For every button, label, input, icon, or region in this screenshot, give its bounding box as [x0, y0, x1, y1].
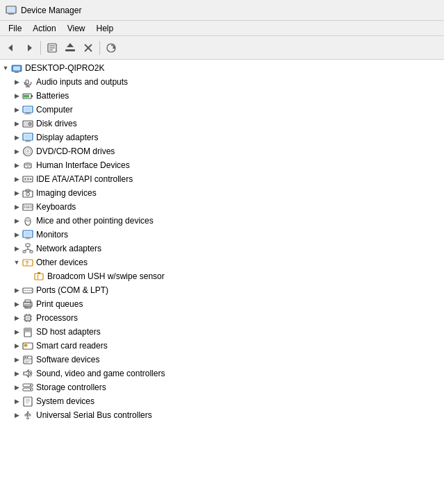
display-label: Display adapters	[36, 133, 98, 142]
ide-toggle[interactable]: ▶	[11, 172, 22, 186]
hid-label: Human Interface Devices	[36, 160, 130, 170]
svg-rect-27	[24, 114, 31, 115]
menu-action[interactable]: Action	[27, 22, 61, 35]
sound-icon	[22, 368, 33, 379]
tree-item-dvd[interactable]: ▶ DVD/CD-ROM drives	[0, 144, 444, 158]
sd-icon	[22, 326, 33, 337]
svg-rect-22	[24, 95, 29, 98]
svg-point-50	[27, 194, 28, 195]
computer-toggle[interactable]: ▶	[11, 103, 22, 117]
smartcard-icon	[22, 340, 33, 351]
tree-item-print[interactable]: ▶ Print queues	[0, 297, 444, 311]
mice-icon	[22, 215, 33, 226]
svg-line-70	[24, 249, 28, 251]
software-label: Software devices	[36, 355, 99, 364]
tree-item-broadcom[interactable]: ▶ ! Broadcom USH w/swipe sensor	[0, 269, 444, 283]
tree-item-system[interactable]: ▶ System devices	[0, 394, 444, 408]
scan-hardware-button[interactable]	[103, 40, 120, 56]
processors-toggle[interactable]: ▶	[11, 311, 22, 325]
svg-rect-18	[26, 80, 28, 84]
menu-bar: File Action View Help	[0, 21, 444, 36]
keyboards-label: Keyboards	[36, 202, 76, 212]
svg-rect-25	[24, 108, 32, 112]
svg-point-61	[25, 218, 31, 221]
imaging-toggle[interactable]: ▶	[11, 186, 22, 200]
batteries-toggle[interactable]: ▶	[11, 89, 22, 103]
mice-label: Mice and other pointing devices	[36, 216, 154, 226]
tree-item-keyboards[interactable]: ▶ Keyboards	[0, 200, 444, 214]
hid-toggle[interactable]: ▶	[11, 158, 22, 172]
svg-point-38	[27, 151, 29, 153]
mice-toggle[interactable]: ▶	[11, 214, 22, 228]
tree-item-imaging[interactable]: ▶ Imaging devices	[0, 186, 444, 200]
root-toggle[interactable]: ▼	[0, 61, 11, 75]
software-toggle[interactable]: ▶	[11, 353, 22, 367]
tree-item-display[interactable]: ▶ Display adapters	[0, 131, 444, 144]
keyboards-toggle[interactable]: ▶	[11, 200, 22, 214]
root-label: DESKTOP-QIPRO2K	[25, 63, 104, 73]
tree-item-network[interactable]: ▶ Network adapters	[0, 242, 444, 255]
ports-toggle[interactable]: ▶	[11, 283, 22, 297]
back-button[interactable]	[3, 40, 19, 56]
tree-item-ide[interactable]: ▶ IDE ATA/ATAPI controllers	[0, 172, 444, 186]
monitors-toggle[interactable]: ▶	[11, 228, 22, 242]
ports-icon	[22, 285, 33, 296]
properties-button[interactable]	[44, 40, 60, 56]
usb-toggle[interactable]: ▶	[11, 408, 22, 422]
menu-help[interactable]: Help	[91, 22, 120, 35]
uninstall-button[interactable]	[80, 40, 97, 56]
software-icon	[22, 354, 33, 365]
update-driver-button[interactable]	[62, 40, 79, 56]
tree-item-audio[interactable]: ▶ Audio inputs and outputs	[0, 75, 444, 89]
tree-item-smartcard[interactable]: ▶ Smart card readers	[0, 339, 444, 353]
display-toggle[interactable]: ▶	[11, 131, 22, 144]
tree-item-software[interactable]: ▶ Software devices	[0, 353, 444, 367]
computer-node-icon	[22, 104, 33, 115]
tree-item-hid[interactable]: ▶ Human Interface Devices	[0, 158, 444, 172]
svg-rect-23	[31, 95, 33, 97]
sound-toggle[interactable]: ▶	[11, 367, 22, 380]
svg-marker-3	[8, 44, 13, 51]
other-toggle[interactable]: ▼	[11, 255, 22, 269]
tree-item-processors[interactable]: ▶ Processors	[0, 311, 444, 325]
tree-item-sd[interactable]: ▶ SD host adapters	[0, 325, 444, 339]
tree-item-other[interactable]: ▼ ? Other devices	[0, 255, 444, 269]
tree-item-usb[interactable]: ▶ Universal Serial Bus controllers	[0, 408, 444, 422]
svg-rect-63	[24, 232, 32, 237]
disk-toggle[interactable]: ▶	[11, 117, 22, 131]
svg-rect-64	[26, 237, 29, 239]
svg-rect-74	[35, 274, 43, 280]
tree-item-storage[interactable]: ▶ Storage controllers	[0, 380, 444, 394]
tree-item-disk[interactable]: ▶ Disk drives	[0, 117, 444, 131]
forward-button[interactable]	[21, 40, 38, 56]
menu-file[interactable]: File	[3, 22, 27, 35]
svg-rect-65	[25, 239, 31, 240]
svg-rect-67	[23, 251, 26, 253]
audio-toggle[interactable]: ▶	[11, 75, 22, 89]
toolbar-sep-2	[99, 41, 100, 55]
tree-item-batteries[interactable]: ▶ Batteries	[0, 89, 444, 103]
tree-item-mice[interactable]: ▶ Mice and other pointing devices	[0, 214, 444, 228]
tree-item-sound[interactable]: ▶ Sound, video and game controllers	[0, 367, 444, 380]
tree-item-computer[interactable]: ▶ Computer	[0, 103, 444, 117]
svg-point-80	[28, 290, 30, 292]
svg-point-125	[29, 414, 31, 416]
hid-icon	[22, 160, 33, 171]
smartcard-toggle[interactable]: ▶	[11, 339, 22, 353]
print-toggle[interactable]: ▶	[11, 297, 22, 311]
svg-point-42	[29, 165, 31, 166]
sd-toggle[interactable]: ▶	[11, 325, 22, 339]
svg-point-116	[30, 389, 31, 390]
menu-view[interactable]: View	[62, 22, 91, 35]
storage-toggle[interactable]: ▶	[11, 380, 22, 394]
dvd-toggle[interactable]: ▶	[11, 144, 22, 158]
tree-item-monitors[interactable]: ▶ Monitors	[0, 228, 444, 242]
tree-root[interactable]: ▼ DESKTOP-QIPRO2K	[0, 61, 444, 75]
network-toggle[interactable]: ▶	[11, 242, 22, 255]
tree-item-ports[interactable]: ▶ Ports (COM & LPT)	[0, 283, 444, 297]
storage-icon	[22, 382, 33, 393]
audio-label: Audio inputs and outputs	[36, 77, 128, 87]
svg-rect-34	[26, 140, 30, 142]
system-toggle[interactable]: ▶	[11, 394, 22, 408]
svg-point-115	[30, 385, 31, 386]
